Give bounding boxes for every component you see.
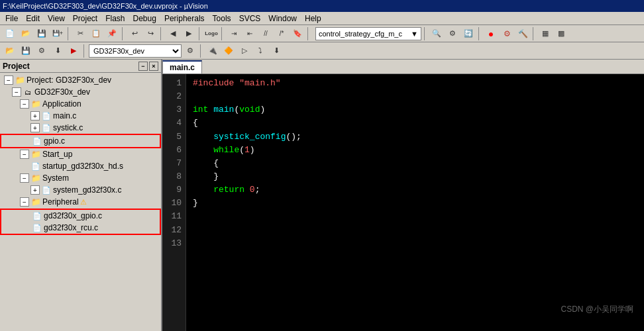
find-button[interactable]: ⚙ (445, 26, 460, 41)
file-path-area: control_strategy_cfg_m_c ▼ (315, 27, 421, 40)
new-file-button[interactable]: 📄 (3, 26, 17, 41)
tab-main-c[interactable]: main.c (162, 60, 202, 73)
next-location-button[interactable]: ▶ (182, 26, 196, 41)
save-all-button[interactable]: 💾+ (50, 26, 65, 41)
expand-system[interactable]: − (20, 173, 29, 183)
code-line-8: } (193, 170, 637, 183)
logo-btn[interactable]: Logo (204, 26, 219, 41)
expand-startup[interactable]: − (20, 150, 29, 159)
redo-button[interactable]: ↪ (143, 26, 158, 41)
menu-tools[interactable]: Tools (209, 13, 235, 24)
cut-button[interactable]: ✂ (73, 26, 87, 41)
peripherals-btn[interactable]: 🔶 (221, 44, 236, 58)
build-all-btn[interactable]: ⚙ (34, 44, 49, 58)
menu-flash[interactable]: Flash (101, 13, 129, 24)
menu-peripherals[interactable]: Peripherals (160, 13, 209, 24)
step-over-btn[interactable]: ⤵ (253, 44, 268, 58)
download-btn[interactable]: ⬇ (269, 44, 284, 58)
expand-project[interactable]: − (4, 75, 13, 85)
expand-target[interactable]: − (12, 87, 21, 97)
search-symbol-button[interactable]: 🔍 (429, 26, 444, 41)
tree-item-systick-c[interactable]: + 📄 systick.c (0, 122, 161, 134)
peripheral-files-highlight-box: 📄 gd32f30x_gpio.c 📄 gd32f30x_rcu.c (0, 209, 161, 235)
toolbar-sep-7 (424, 27, 427, 40)
menu-debug[interactable]: Debug (129, 13, 160, 24)
toolbar-1: 📄 📂 💾 💾+ ✂ 📋 📌 ↩ ↪ ◀ ▶ Logo ⇥ ⇤ // /* 🔖 … (0, 25, 644, 42)
comment-button[interactable]: // (258, 26, 273, 41)
build-btn2[interactable]: ⚙ (500, 26, 514, 41)
toggle-bookmark-button[interactable]: 🔖 (290, 26, 305, 41)
expand-main[interactable]: + (30, 111, 40, 120)
toolbar-btn-extra1[interactable]: ▦ (538, 26, 553, 41)
expand-application[interactable]: − (20, 99, 29, 109)
tree-item-rcu-peripheral[interactable]: 📄 gd32f30x_rcu.c (1, 222, 160, 234)
menu-view[interactable]: View (44, 13, 69, 24)
undo-button[interactable]: ↩ (127, 26, 142, 41)
prev-location-button[interactable]: ◀ (166, 26, 180, 41)
project-root-label: Project: GD32F30x_dev (27, 75, 111, 85)
application-folder-icon: 📁 (30, 99, 41, 109)
jlink-btn[interactable]: 🔌 (205, 44, 220, 58)
systick-c-icon: 📄 (41, 122, 52, 133)
debug-start-btn[interactable]: ▶ (66, 44, 81, 58)
peripheral-folder-icon: 📁 (30, 197, 41, 207)
panel-collapse-btn[interactable]: − (138, 62, 148, 71)
tree-item-project-root[interactable]: − 📁 Project: GD32F30x_dev (0, 74, 161, 86)
paste-button[interactable]: 📌 (105, 26, 119, 41)
toolbar-btn-extra2[interactable]: ▩ (554, 26, 568, 41)
code-line-12 (193, 224, 637, 237)
expand-peripheral[interactable]: − (20, 197, 29, 207)
build-btn3[interactable]: 🔨 (515, 26, 530, 41)
startup-s-label: startup_gd32f30x_hd.s (42, 162, 123, 171)
tree-item-system[interactable]: − 📁 System (0, 172, 161, 184)
unindent-button[interactable]: ⇤ (242, 26, 257, 41)
tree-item-target[interactable]: − 🗂 GD32F30x_dev (0, 86, 161, 98)
menu-svcs[interactable]: SVCS (235, 13, 265, 24)
tree-item-gpio-peripheral[interactable]: 📄 gd32f30x_gpio.c (1, 210, 160, 222)
target-label: GD32F30x_dev (34, 87, 90, 97)
toolbar-sep-2 (122, 27, 125, 40)
menu-edit[interactable]: Edit (22, 13, 44, 24)
run-to-cursor-btn[interactable]: ▷ (237, 44, 252, 58)
title-bar: F:\KeilProject\GD32F303_dev\GD32F30x_dev… (0, 0, 644, 12)
menu-help[interactable]: Help (301, 13, 325, 24)
tree-item-system-c[interactable]: + 📄 system_gd32f30x.c (0, 184, 161, 196)
code-line-13 (193, 237, 637, 250)
open-btn2[interactable]: 📂 (3, 44, 17, 58)
target-options-btn[interactable]: ⚙ (183, 44, 197, 58)
expand-systick[interactable]: + (30, 123, 40, 132)
tree-item-startup[interactable]: − 📁 Start_up (0, 148, 161, 160)
toolbar2-sep-1 (83, 44, 86, 58)
code-line-2 (193, 90, 637, 103)
tree-item-main-c[interactable]: + 📄 main.c (0, 110, 161, 122)
expand-system-c[interactable]: + (30, 185, 40, 195)
build-stop-button[interactable]: ● (484, 26, 498, 41)
menu-window[interactable]: Window (264, 13, 301, 24)
file-path-dropdown[interactable]: control_strategy_cfg_m_c ▼ (315, 27, 421, 40)
line-numbers: 1 2 3 4 5 6 7 8 9 10 11 12 13 (162, 74, 186, 331)
code-line-3: int main(void) (193, 103, 637, 117)
tree-item-application[interactable]: − 📁 Application (0, 98, 161, 110)
target-select[interactable]: GD32F30x_dev (89, 44, 182, 58)
indent-button[interactable]: ⇥ (227, 26, 241, 41)
save-button[interactable]: 💾 (34, 26, 49, 41)
open-file-button[interactable]: 📂 (19, 26, 33, 41)
copy-button[interactable]: 📋 (89, 26, 103, 41)
menu-project[interactable]: Project (69, 13, 101, 24)
system-folder-icon: 📁 (30, 173, 41, 183)
code-editor[interactable]: #include "main.h" int main(void) { systi… (186, 74, 644, 331)
project-icon: 📁 (15, 75, 25, 85)
uncomment-button[interactable]: /* (274, 26, 289, 41)
code-line-7: { (193, 157, 637, 170)
panel-close-btn[interactable]: × (149, 62, 158, 71)
tree-item-peripheral[interactable]: − 📁 Peripheral ⚠ (0, 196, 161, 208)
load-btn[interactable]: ⬇ (50, 44, 65, 58)
replace-button[interactable]: 🔄 (461, 26, 476, 41)
tree-item-startup-s[interactable]: 📄 startup_gd32f30x_hd.s (0, 160, 161, 172)
menu-file[interactable]: File (1, 13, 22, 24)
toolbar-sep-3 (160, 27, 163, 40)
tree-item-gpio-c[interactable]: 📄 gpio.c (1, 135, 160, 147)
menu-bar: File Edit View Project Flash Debug Perip… (0, 12, 644, 25)
code-line-11 (193, 210, 637, 223)
save-btn2[interactable]: 💾 (19, 44, 33, 58)
